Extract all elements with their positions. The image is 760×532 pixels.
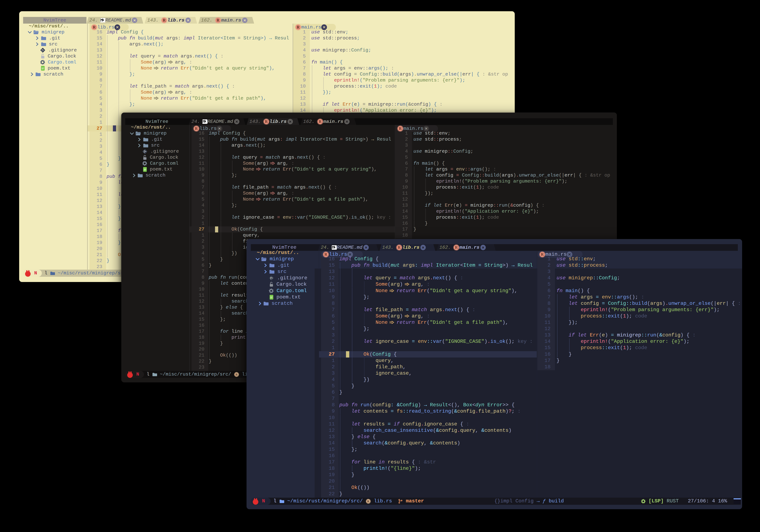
svg-text:R: R [235, 372, 238, 376]
svg-text:R: R [367, 499, 369, 503]
svg-text:R: R [195, 126, 198, 131]
svg-text:R: R [399, 126, 402, 131]
svg-text:R: R [93, 25, 96, 29]
svg-text:R: R [398, 245, 401, 250]
svg-text:R: R [265, 120, 268, 124]
svg-text:R: R [216, 18, 219, 22]
svg-text:R: R [455, 245, 458, 250]
svg-text:R: R [319, 120, 322, 124]
svg-text:R: R [163, 18, 166, 22]
svg-text:R: R [297, 25, 300, 29]
